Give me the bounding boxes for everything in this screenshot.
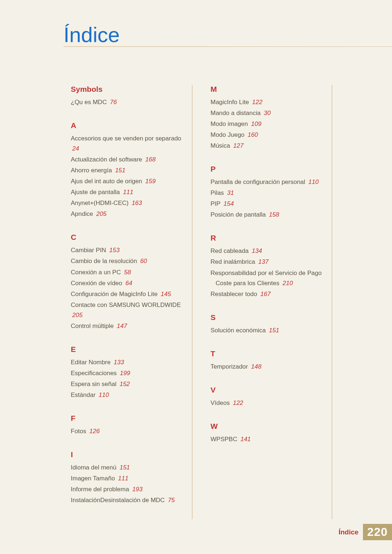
index-entry[interactable]: Actualización del software 168 (71, 155, 183, 165)
index-entry[interactable]: Imagen Tamaño 111 (71, 473, 183, 484)
entry-text: Cambiar PIN (71, 247, 106, 254)
entry-text: Temporizador (211, 363, 248, 370)
index-section: VVídeos 122 (211, 386, 323, 408)
entry-page[interactable]: 151 (119, 464, 130, 471)
entry-text: ¿Qu es MDC (71, 99, 107, 106)
index-entry[interactable]: Informe del problema 193 (71, 484, 183, 495)
entry-page[interactable]: 199 (120, 370, 130, 377)
index-entry[interactable]: Ajus del int auto de origen 159 (71, 176, 183, 186)
index-entry[interactable]: Contacte con SAMSUNG WORLDWIDE 205 (71, 300, 183, 320)
entry-page[interactable]: 133 (114, 359, 124, 366)
entry-text: WPSPBC (211, 436, 237, 443)
entry-text: Fotos (71, 428, 86, 435)
entry-page[interactable]: 31 (227, 189, 234, 196)
entry-page[interactable]: 111 (118, 475, 128, 482)
index-entry[interactable]: Ajuste de pantalla 111 (71, 187, 183, 197)
entry-page[interactable]: 126 (89, 428, 99, 435)
section-letter: T (211, 349, 323, 358)
entry-page[interactable]: 160 (248, 131, 258, 138)
entry-page[interactable]: 151 (115, 167, 125, 174)
entry-page[interactable]: 127 (233, 142, 244, 149)
index-entry[interactable]: Vídeos 122 (211, 398, 323, 408)
entry-page[interactable]: 109 (251, 120, 261, 127)
entry-page[interactable]: 168 (145, 156, 155, 163)
entry-page[interactable]: 148 (251, 363, 261, 370)
index-entry[interactable]: Apndice 205 (71, 209, 183, 219)
index-entry[interactable]: Configuración de MagicInfo Lite 145 (71, 289, 183, 299)
entry-page[interactable]: 60 (140, 258, 147, 264)
index-entry[interactable]: Editar Nombre 133 (71, 357, 183, 368)
index-entry[interactable]: Temporizador 148 (211, 362, 323, 372)
entry-page[interactable]: 193 (132, 486, 142, 493)
index-entry[interactable]: ¿Qu es MDC 76 (71, 97, 183, 107)
index-entry[interactable]: MagicInfo Lite 122 (211, 97, 323, 107)
index-entry[interactable]: Red cableada 134 (211, 246, 323, 256)
index-entry[interactable]: Posición de pantalla 158 (211, 210, 323, 220)
entry-page[interactable]: 134 (252, 247, 262, 254)
entry-page[interactable]: 205 (72, 312, 82, 319)
index-section: IIdioma del menú 151Imagen Tamaño 111Inf… (71, 450, 183, 505)
entry-text: Música (211, 142, 230, 149)
entry-page[interactable]: 145 (161, 291, 171, 297)
entry-page[interactable]: 75 (168, 497, 175, 504)
index-entry[interactable]: Cambio de la resolución 60 (71, 256, 183, 266)
index-entry[interactable]: PIP 154 (211, 199, 323, 209)
entry-page[interactable]: 147 (117, 323, 127, 329)
entry-page[interactable]: 137 (258, 258, 269, 265)
entry-page[interactable]: 205 (96, 210, 106, 217)
entry-text: Informe del problema (71, 486, 129, 493)
index-entry[interactable]: Cambiar PIN 153 (71, 245, 183, 255)
index-entry[interactable]: Conexión a un PC 58 (71, 267, 183, 278)
entry-page[interactable]: 24 (72, 145, 79, 152)
index-entry[interactable]: Responsabilidad por el Servicio de PagoC… (211, 268, 323, 288)
entry-page[interactable]: 110 (99, 391, 109, 398)
index-entry[interactable]: Estándar 110 (71, 390, 183, 400)
entry-text: Idioma del menú (71, 464, 117, 471)
entry-text: PIP (211, 200, 220, 207)
index-entry[interactable]: Control múltiple 147 (71, 321, 183, 331)
entry-page[interactable]: 153 (109, 247, 119, 254)
entry-page[interactable]: 167 (260, 291, 270, 297)
index-entry[interactable]: Pilas 31 (211, 188, 323, 198)
entry-page[interactable]: 154 (224, 200, 234, 207)
entry-page[interactable]: 122 (252, 99, 262, 106)
index-entry[interactable]: Mando a distancia 30 (211, 108, 323, 118)
entry-page[interactable]: 151 (269, 327, 279, 334)
index-entry[interactable]: Restablecer todo 167 (211, 289, 323, 299)
index-entry[interactable]: Modo imagen 109 (211, 119, 323, 129)
index-entry[interactable]: Espera sin señal 152 (71, 379, 183, 389)
index-entry[interactable]: Solución económica 151 (211, 325, 323, 336)
index-entry[interactable]: WPSPBC 141 (211, 434, 323, 444)
index-entry[interactable]: Modo Juego 160 (211, 130, 323, 140)
section-letter: P (211, 165, 323, 173)
index-entry[interactable]: Conexión de vídeo 64 (71, 278, 183, 288)
page-title: Índice (64, 22, 120, 47)
index-entry[interactable]: Pantalla de configuración personal 110 (211, 177, 323, 187)
index-entry[interactable]: Idioma del menú 151 (71, 463, 183, 473)
index-entry[interactable]: Música 127 (211, 141, 323, 151)
index-entry[interactable]: Accesorios que se venden por separado 24 (71, 134, 183, 154)
index-entry[interactable]: Especificaciones 199 (71, 368, 183, 378)
index-entry[interactable]: InstalaciónDesinstalación de MDC 75 (71, 495, 183, 505)
entry-page[interactable]: 210 (283, 280, 293, 287)
entry-page[interactable]: 76 (110, 99, 117, 106)
entry-page[interactable]: 163 (132, 200, 142, 206)
index-entry[interactable]: Red inalámbrica 137 (211, 257, 323, 267)
entry-text: Responsabilidad por el Servicio de Pago (211, 270, 322, 276)
entry-page[interactable]: 158 (269, 211, 279, 218)
index-entry[interactable]: Fotos 126 (71, 426, 183, 436)
entry-page[interactable]: 159 (145, 178, 155, 185)
index-entry[interactable]: Anynet+(HDMI-CEC) 163 (71, 198, 183, 208)
entry-page[interactable]: 141 (240, 436, 250, 443)
index-section: TTemporizador 148 (211, 349, 323, 372)
index-entry[interactable]: Ahorro energía 151 (71, 165, 183, 176)
entry-page[interactable]: 30 (264, 110, 271, 116)
entry-text: Especificaciones (71, 370, 117, 377)
section-letter: S (211, 313, 323, 322)
entry-page[interactable]: 110 (309, 178, 319, 185)
entry-page[interactable]: 58 (124, 269, 131, 276)
entry-page[interactable]: 64 (126, 280, 132, 287)
entry-page[interactable]: 111 (123, 189, 133, 196)
entry-page[interactable]: 152 (119, 381, 130, 387)
entry-page[interactable]: 122 (233, 399, 243, 406)
